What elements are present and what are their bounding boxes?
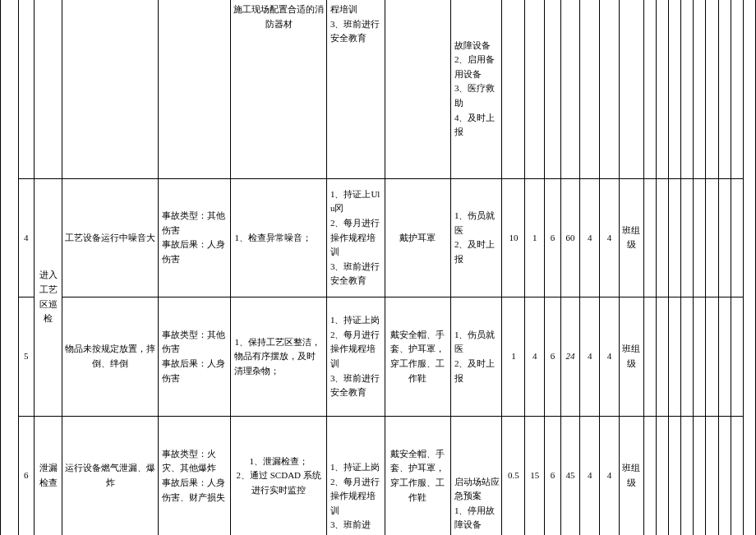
cell-eng: 1、泄漏检查；2、通过 SCDAD 系统进行实时监控 (231, 416, 326, 535)
cell-ex7 (718, 297, 731, 417)
cell-ex7 (718, 416, 731, 535)
cell-v1: 10 (502, 178, 525, 297)
cell-mgmt: 1、持证上岗2、每月进行操作规程培训3、班前进行安全教育 (326, 297, 385, 417)
cell-ex4-top (681, 0, 694, 178)
outer-col-r (743, 297, 755, 417)
cell-ex3-top (669, 0, 681, 178)
cell-v4: 45 (560, 416, 580, 535)
cell-type: 事故类型：火灾、其他爆炸事故后果：人身伤害、财产损失 (158, 416, 230, 535)
cell-ex1-top (643, 0, 656, 178)
cell-desc: 运行设备燃气泄漏、爆炸 (62, 416, 158, 535)
cell-ppe: 戴安全帽、手套、护耳罩，穿工作服、工作鞋 (385, 416, 451, 535)
cell-ex4 (681, 178, 694, 297)
cell-v5: 4 (580, 178, 600, 297)
cell-v6: 4 (600, 416, 620, 535)
cell-ex7-top (718, 0, 731, 178)
cell-ex5-top (694, 0, 706, 178)
cell-ex3 (669, 178, 681, 297)
cell-emerg: 启动场站应急预案1、停用故障设备 (450, 416, 502, 535)
cell-emerg: 1、伤员就医2、及时上报 (450, 178, 502, 297)
cell-ex6 (706, 297, 718, 417)
cell-v2: 1 (525, 178, 545, 297)
cell-ex3 (669, 297, 681, 417)
cell-ex6 (706, 178, 718, 297)
cell-ppe-top (385, 0, 451, 178)
cell-v4: 24 (560, 297, 580, 417)
cell-v2-top (525, 0, 545, 178)
cell-ex8 (731, 416, 743, 535)
cell-level-top (619, 0, 643, 178)
cell-ex1 (643, 297, 656, 417)
cell-v4: 60 (560, 178, 580, 297)
cell-area: 进入工艺区巡检 (34, 178, 62, 416)
cell-no: 6 (18, 416, 34, 535)
cell-area: 泄漏检查 (34, 416, 62, 535)
cell-desc: 物品未按规定放置，摔倒、绊倒 (62, 297, 158, 417)
cell-type: 事故类型：其他伤害事故后果：人身伤害 (158, 178, 230, 297)
cell-v2: 4 (525, 297, 545, 417)
cell-v6: 4 (600, 297, 620, 417)
outer-col (1, 297, 19, 417)
cell-ex4 (681, 416, 694, 535)
cell-eng: 1、检查异常噪音； (231, 178, 326, 297)
cell-no-top (18, 0, 34, 178)
cell-ex6-top (706, 0, 718, 178)
cell-level: 班组级 (619, 297, 643, 417)
cell-desc: 工艺设备运行中噪音大 (62, 178, 158, 297)
cell-ppe: 戴护耳罩 (385, 178, 451, 297)
cell-emerg-top: 故障设备2、启用备用设备3、医疗救助4、及时上报 (450, 0, 502, 178)
cell-v3-top (545, 0, 560, 178)
cell-type: 事故类型：其他伤害事故后果：人身伤害 (158, 297, 230, 417)
cell-ex5 (694, 297, 706, 417)
cell-no: 4 (18, 178, 34, 297)
outer-col (1, 0, 19, 178)
outer-col-r (743, 178, 755, 297)
cell-ex8 (731, 297, 743, 417)
cell-v4-top (560, 0, 580, 178)
cell-v6-top (600, 0, 620, 178)
cell-desc-top (62, 0, 158, 178)
cell-ex2 (657, 178, 669, 297)
cell-v1: 0.5 (502, 416, 525, 535)
cell-ex2 (657, 416, 669, 535)
cell-ex8-top (731, 0, 743, 178)
cell-ex4 (681, 297, 694, 417)
risk-assessment-table: 施工现场配置合适的消防器材 程培训3、班前进行安全教育 故障设备2、启用备用设备… (0, 0, 756, 535)
cell-type-top (158, 0, 230, 178)
cell-v5: 4 (580, 416, 600, 535)
cell-mgmt-top: 程培训3、班前进行安全教育 (326, 0, 385, 178)
outer-col (1, 178, 19, 297)
cell-v1-top (502, 0, 525, 178)
cell-ex1 (643, 178, 656, 297)
outer-col-r (743, 416, 755, 535)
cell-v5-top (580, 0, 600, 178)
cell-v3: 6 (545, 178, 560, 297)
cell-ex6 (706, 416, 718, 535)
cell-ex8 (731, 178, 743, 297)
cell-ex2 (657, 297, 669, 417)
cell-no: 5 (18, 297, 34, 417)
outer-col (1, 416, 19, 535)
cell-ex5 (694, 178, 706, 297)
cell-ex2-top (657, 0, 669, 178)
cell-ppe: 戴安全帽、手套、护耳罩，穿工作服、工作鞋 (385, 297, 451, 417)
cell-v5: 4 (580, 297, 600, 417)
cell-v3: 6 (545, 297, 560, 417)
cell-ex7 (718, 178, 731, 297)
cell-v6: 4 (600, 178, 620, 297)
cell-ex3 (669, 416, 681, 535)
cell-emerg: 1、伤员就医2、及时上报 (450, 297, 502, 417)
cell-level: 班组级 (619, 178, 643, 297)
cell-ex5 (694, 416, 706, 535)
cell-eng: 1、保持工艺区整洁，物品有序摆放，及时清理杂物； (231, 297, 326, 417)
cell-v3: 6 (545, 416, 560, 535)
outer-col-r (743, 0, 755, 178)
cell-ex1 (643, 416, 656, 535)
cell-mgmt: 1、持证上岗2、每月进行操作规程培训3、班前进 (326, 416, 385, 535)
cell-eng-top: 施工现场配置合适的消防器材 (231, 0, 326, 178)
cell-mgmt: 1、持证上Ulu冈2、每月进行操作规程培训3、班前进行安全教育 (326, 178, 385, 297)
cell-v2: 15 (525, 416, 545, 535)
cell-level: 班组级 (619, 416, 643, 535)
cell-v1: 1 (502, 297, 525, 417)
cell-area-top (34, 0, 62, 178)
